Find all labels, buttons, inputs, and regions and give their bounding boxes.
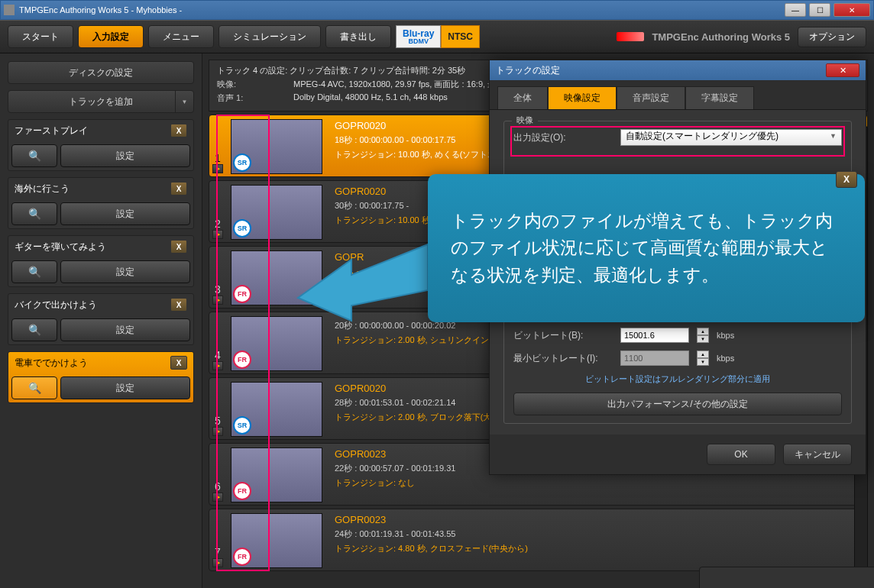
panel-title: 電車ででかけよう [15,357,88,370]
brand-text: TMPGEnc Authoring Works 5 [652,31,790,43]
window-title: TMPGEnc Authoring Works 5 - Myhobbies - [19,5,182,15]
ok-button[interactable]: OK [707,444,775,465]
dialog-close-button[interactable]: ✕ [826,63,859,77]
main-toolbar: スタート 入力設定 メニュー シミュレーション 書き出し Blu-rayBDMV… [0,20,874,53]
tab-input[interactable]: 入力設定 [78,25,144,48]
full-render-badge: FR [233,351,251,369]
clip-number: 7 ▶ [209,509,226,570]
bitrate-spinner[interactable]: ▲▼ [697,328,709,343]
min-bitrate-input [620,351,689,366]
panel-title: ファーストプレイ [15,124,88,137]
search-icon: 🔍 [28,266,41,278]
add-track-button[interactable]: トラックを追加▼ [8,90,194,113]
track-summary: トラック 4 の設定: クリップ合計数: 7 クリップ合計時間: 2分 35秒 [217,65,465,76]
audio-label: 音声 1: [217,92,270,104]
dialog-titlebar: トラックの設定 ✕ [490,60,866,80]
play-button[interactable]: ▶ [212,558,223,567]
maximize-button[interactable]: ☐ [809,3,830,17]
audio-value: Dolby Digital, 48000 Hz, 5.1 ch, 448 kbp… [293,92,448,104]
option-button[interactable]: オプション [798,27,866,47]
min-bitrate-spinner: ▲▼ [697,351,709,366]
disc-settings-button[interactable]: ディスクの設定 [8,61,194,84]
play-button[interactable]: ▶ [212,493,223,502]
window-titlebar: TMPGEnc Authoring Works 5 - Myhobbies - … [0,0,874,20]
play-button[interactable]: ▶ [212,361,223,370]
sidebar-panel[interactable]: バイクで出かけよう X 🔍 設定 [8,293,194,345]
empty-slot-panel: X [699,567,874,588]
clip-thumbnail[interactable]: SR [231,382,322,437]
full-render-badge: FR [233,482,251,500]
tab-start[interactable]: スタート [8,25,73,48]
format-badge: Blu-rayBDMV NTSC [396,25,480,48]
bitrate-input[interactable] [620,328,689,343]
panel-close-button[interactable]: X [170,182,187,195]
smart-render-badge: SR [233,219,251,237]
settings-button[interactable]: 設定 [60,144,190,167]
tab-menu[interactable]: メニュー [148,25,214,48]
clip-number: 2 ▶ [209,181,226,242]
clip-timecode: 24秒 : 00:01:19.31 - 00:01:43.55 [335,528,859,540]
sidebar-panel[interactable]: ギターを弾いてみよう X 🔍 設定 [8,235,194,287]
search-button[interactable]: 🔍 [11,260,57,283]
panel-title: 海外に行こう [15,183,70,195]
clip-thumbnail[interactable]: FR [231,447,322,502]
clip-name: GOPR0023 [335,514,859,525]
video-label: 映像: [217,79,270,90]
tab-simulation[interactable]: シミュレーション [218,25,321,48]
dropdown-arrow-icon[interactable]: ▼ [175,91,193,112]
format-main: Blu-ray [403,29,434,38]
search-icon: 🔍 [28,324,41,336]
min-bitrate-label: 最小ビットレート(I): [513,352,613,365]
performance-button[interactable]: 出力パフォーマンス/その他の設定 [513,393,842,415]
clip-number: 4 ▶ [209,312,226,373]
search-button[interactable]: 🔍 [11,144,57,167]
clip-transition: トランジション: なし [335,477,859,489]
minimize-button[interactable]: — [785,3,806,17]
sidebar-panel[interactable]: ファーストプレイ X 🔍 設定 [8,119,194,171]
settings-button[interactable]: 設定 [60,260,190,283]
play-button[interactable]: ▶ [212,230,223,239]
settings-button[interactable]: 設定 [60,376,190,399]
bitrate-label: ビットレート(B): [513,329,613,342]
play-button[interactable]: ▶ [212,164,223,173]
clip-number: 1 ▶ [209,115,226,176]
sidebar-panel[interactable]: 電車ででかけよう X 🔍 設定 [8,351,194,403]
settings-button[interactable]: 設定 [60,318,190,341]
clip-item[interactable]: 7 ▶ FR GOPR0023 24秒 : 00:01:19.31 - 00:0… [209,509,868,571]
smart-render-badge: SR [233,153,251,172]
panel-close-button[interactable]: X [170,124,187,137]
app-icon [4,5,15,15]
play-button[interactable]: ▶ [212,296,223,305]
sidebar-panel[interactable]: 海外に行こう X 🔍 設定 [8,177,194,229]
clip-number: 5 ▶ [209,378,226,439]
panel-close-button[interactable]: X [170,356,187,370]
clip-thumbnail[interactable]: FR [231,513,322,568]
search-button[interactable]: 🔍 [11,202,57,225]
output-label: 出力設定(O): [513,131,613,144]
output-select[interactable]: 自動設定(スマートレンダリング優先) [620,129,842,146]
clip-thumbnail[interactable]: SR [231,119,322,174]
clip-number: 3 ▶ [209,247,226,308]
unit-kbps: kbps [717,354,734,363]
full-render-badge: FR [233,285,251,303]
dlg-tab-subtitle[interactable]: 字幕設定 [685,86,754,109]
tab-write[interactable]: 書き出し [325,25,391,48]
tooltip-close-button[interactable]: X [836,171,857,188]
play-button[interactable]: ▶ [212,427,223,436]
dlg-tab-video[interactable]: 映像設定 [548,86,617,109]
info-tooltip: X トラック内のファイルが増えても、トラック内のファイル状況に応じて高画質な範囲… [428,174,865,322]
video-group-label: 映像 [512,115,538,126]
search-button[interactable]: 🔍 [11,376,57,399]
search-icon: 🔍 [28,208,41,220]
format-standard: NTSC [441,25,480,48]
search-button[interactable]: 🔍 [11,318,57,341]
panel-close-button[interactable]: X [170,240,187,254]
dlg-tab-all[interactable]: 全体 [497,86,548,109]
cancel-button[interactable]: キャンセル [783,444,852,465]
settings-button[interactable]: 設定 [60,202,190,225]
panel-title: ギターを弾いてみよう [15,241,106,254]
dlg-tab-audio[interactable]: 音声設定 [617,86,685,109]
tooltip-text: トラック内のファイルが増えても、トラック内のファイル状況に応じて高画質な範囲が最… [451,208,845,289]
close-button[interactable]: ✕ [834,3,870,17]
panel-close-button[interactable]: X [170,298,187,312]
